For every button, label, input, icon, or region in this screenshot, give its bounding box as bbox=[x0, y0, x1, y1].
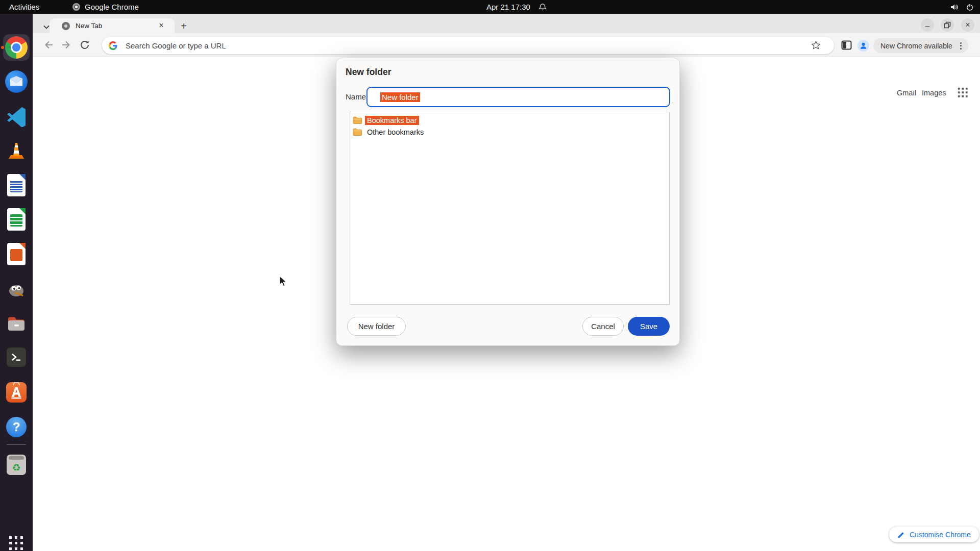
help-icon: ? bbox=[6, 417, 27, 437]
tree-item-label: Bookmarks bar bbox=[365, 116, 419, 125]
tab-new-tab[interactable]: New Tab × bbox=[50, 18, 175, 33]
forward-arrow-icon bbox=[60, 39, 71, 51]
customise-chrome-label: Customise Chrome bbox=[910, 531, 971, 539]
restore-icon bbox=[944, 21, 951, 29]
power-icon bbox=[966, 3, 974, 11]
volume-icon bbox=[950, 3, 959, 11]
pencil-icon bbox=[897, 531, 905, 538]
side-panel-button[interactable] bbox=[841, 40, 852, 51]
window-close-button[interactable]: × bbox=[961, 18, 974, 32]
clock-label: Apr 21 17:30 bbox=[486, 3, 530, 11]
tab-close-button[interactable]: × bbox=[156, 20, 166, 31]
tree-item-other-bookmarks[interactable]: Other bookmarks bbox=[352, 126, 669, 138]
folder-icon bbox=[353, 128, 362, 136]
folder-icon bbox=[353, 116, 362, 124]
gmail-link[interactable]: Gmail bbox=[897, 88, 916, 98]
selected-input-text: New folder bbox=[380, 92, 420, 102]
dock-item-ubuntu-software[interactable] bbox=[4, 380, 29, 405]
new-folder-dialog: New folder Name New folder Bookmarks bar… bbox=[336, 58, 680, 346]
dock-item-libreoffice-writer[interactable] bbox=[4, 173, 29, 197]
dock-item-show-applications[interactable] bbox=[4, 531, 29, 551]
app-grid-icon bbox=[9, 536, 24, 551]
libreoffice-calc-icon bbox=[7, 208, 26, 231]
mouse-cursor bbox=[277, 275, 288, 287]
dock-item-terminal[interactable] bbox=[4, 345, 29, 369]
dock-item-libreoffice-calc[interactable] bbox=[4, 207, 29, 232]
app-menu-label: Google Chrome bbox=[85, 3, 139, 11]
files-icon bbox=[5, 312, 28, 334]
recycle-glyph: ♻ bbox=[12, 461, 20, 475]
customise-chrome-button[interactable]: Customise Chrome bbox=[889, 527, 979, 542]
profile-avatar[interactable] bbox=[857, 40, 869, 52]
tab-favicon bbox=[62, 22, 70, 30]
new-folder-button[interactable]: New folder bbox=[347, 317, 406, 336]
forward-button[interactable] bbox=[60, 39, 72, 51]
desktop: Activities Google Chrome Apr 21 17:30 bbox=[0, 0, 980, 551]
thunderbird-icon bbox=[5, 70, 28, 93]
back-arrow-icon bbox=[43, 39, 55, 51]
back-button[interactable] bbox=[43, 39, 55, 51]
omnibox[interactable]: Search Google or type a URL bbox=[102, 37, 834, 54]
libreoffice-impress-icon bbox=[7, 243, 26, 265]
chrome-update-button[interactable]: New Chrome available bbox=[873, 38, 968, 53]
folder-tree: Bookmarks bar Other bookmarks bbox=[350, 112, 670, 305]
app-menu[interactable]: Google Chrome bbox=[72, 3, 139, 11]
tree-item-bookmarks-bar[interactable]: Bookmarks bar bbox=[352, 114, 669, 126]
dock: ? ♻ bbox=[0, 14, 33, 551]
name-label: Name bbox=[346, 92, 366, 101]
side-panel-icon bbox=[841, 40, 852, 50]
vlc-icon bbox=[5, 139, 28, 162]
system-status-area[interactable] bbox=[950, 0, 974, 14]
person-icon bbox=[859, 41, 868, 50]
tab-strip bbox=[33, 14, 980, 33]
dock-item-gimp[interactable] bbox=[4, 276, 29, 300]
terminal-icon bbox=[6, 347, 27, 367]
omnibox-placeholder: Search Google or type a URL bbox=[126, 41, 226, 50]
new-tab-button[interactable]: + bbox=[178, 20, 190, 32]
question-glyph: ? bbox=[13, 420, 20, 434]
chrome-icon bbox=[5, 36, 28, 59]
chevron-down-icon bbox=[43, 25, 50, 29]
dock-item-files[interactable] bbox=[4, 311, 29, 335]
window-restore-button[interactable] bbox=[941, 18, 954, 32]
bookmark-star-button[interactable] bbox=[811, 40, 821, 52]
libreoffice-writer-icon bbox=[7, 174, 26, 196]
vscode-icon bbox=[5, 105, 28, 127]
dock-item-help[interactable]: ? bbox=[4, 415, 29, 439]
clock-menu[interactable]: Apr 21 17:30 bbox=[486, 0, 547, 14]
google-g-icon bbox=[109, 41, 117, 50]
browser-menu-icon[interactable] bbox=[959, 41, 963, 51]
cancel-button[interactable]: Cancel bbox=[582, 317, 624, 336]
google-apps-grid-button[interactable] bbox=[958, 87, 968, 98]
chrome-grayscale-icon bbox=[72, 3, 80, 11]
tree-item-label: Other bookmarks bbox=[365, 128, 426, 137]
images-link[interactable]: Images bbox=[922, 88, 946, 98]
reload-button[interactable] bbox=[79, 39, 91, 51]
notification-bell-icon bbox=[538, 3, 547, 11]
activities-button[interactable]: Activities bbox=[9, 3, 39, 11]
dialog-title: New folder bbox=[346, 67, 391, 78]
save-button[interactable]: Save bbox=[628, 317, 670, 336]
update-label: New Chrome available bbox=[880, 42, 952, 50]
star-icon bbox=[811, 40, 821, 50]
reload-icon bbox=[79, 39, 90, 51]
dock-item-google-chrome[interactable] bbox=[4, 35, 29, 60]
trash-icon: ♻ bbox=[7, 455, 26, 475]
dock-separator bbox=[7, 444, 26, 445]
ubuntu-software-icon bbox=[6, 382, 27, 403]
dock-item-thunderbird[interactable] bbox=[4, 69, 29, 94]
gimp-icon bbox=[5, 277, 28, 299]
folder-name-input[interactable]: New folder bbox=[366, 87, 670, 107]
tab-title: New Tab bbox=[76, 22, 102, 30]
window-minimize-button[interactable]: – bbox=[921, 18, 934, 32]
system-top-bar: Activities Google Chrome Apr 21 17:30 bbox=[0, 0, 980, 14]
dock-item-vlc[interactable] bbox=[4, 138, 29, 163]
dock-item-vs-code[interactable] bbox=[4, 104, 29, 128]
dock-item-libreoffice-impress[interactable] bbox=[4, 242, 29, 266]
dock-item-trash[interactable]: ♻ bbox=[4, 453, 29, 477]
